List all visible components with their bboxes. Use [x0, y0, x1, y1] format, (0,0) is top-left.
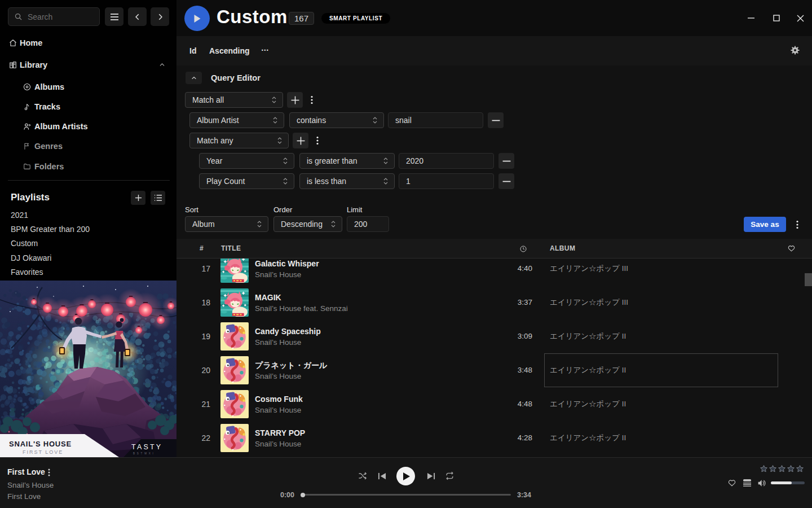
- sidebar-item-home[interactable]: Home: [0, 36, 176, 50]
- nav-forward-button[interactable]: [151, 7, 169, 26]
- now-playing-album[interactable]: First Love: [7, 492, 41, 501]
- sidebar-item-genres[interactable]: Genres: [0, 139, 176, 154]
- play-playlist-button[interactable]: [184, 6, 210, 31]
- column-header-title[interactable]: TITLE: [221, 244, 241, 252]
- sidebar-item-album-artists[interactable]: Album Artists: [0, 119, 176, 134]
- query-editor-collapse-button[interactable]: [186, 72, 202, 84]
- rule2-field-select[interactable]: Year: [199, 153, 294, 169]
- track-album: エイリアン☆ポップ II: [550, 331, 626, 341]
- play-icon: [193, 14, 201, 23]
- repeat-button[interactable]: [441, 465, 458, 487]
- play-pause-button[interactable]: [396, 467, 415, 485]
- match-any-select[interactable]: Match any: [189, 133, 289, 148]
- track-number: 22: [192, 433, 210, 443]
- track-row[interactable]: 20プラネット・ガールSnail’s House3:48エイリアン☆ポップ II: [176, 354, 812, 388]
- duration-column-icon[interactable]: [520, 246, 527, 252]
- volume-icon[interactable]: [758, 479, 767, 487]
- page-title: Custom: [217, 6, 288, 28]
- svg-text:SNAIL'S HOUSE: SNAIL'S HOUSE: [9, 440, 72, 448]
- collapse-library-button[interactable]: [158, 61, 166, 68]
- play-icon: [403, 472, 411, 481]
- sidebar-item-folders[interactable]: Folders: [0, 159, 176, 174]
- group1-options-button[interactable]: [306, 92, 317, 108]
- shuffle-button[interactable]: [354, 465, 370, 487]
- progress-thumb[interactable]: [301, 493, 305, 497]
- add-rule-button[interactable]: [287, 92, 303, 108]
- search-icon: [14, 12, 23, 21]
- limit-input[interactable]: [347, 216, 389, 232]
- scrollbar-thumb[interactable]: [805, 273, 812, 286]
- window-maximize-button[interactable]: [772, 14, 781, 23]
- rule3-field-select[interactable]: Play Count: [199, 173, 294, 189]
- home-icon: [9, 39, 17, 47]
- column-header-album[interactable]: ALBUM: [550, 244, 575, 252]
- rule1-field-select[interactable]: Album Artist: [189, 112, 284, 128]
- track-options-icon[interactable]: [48, 468, 50, 476]
- playlist-header: Custom 167 SMART PLAYLIST: [176, 0, 812, 36]
- sidebar-item-label: Genres: [34, 142, 63, 151]
- settings-gear-icon[interactable]: [791, 46, 800, 55]
- track-artist: Snail’s House: [255, 440, 301, 448]
- rule3-remove-button[interactable]: [498, 173, 514, 189]
- sidebar-item-tracks[interactable]: Tracks: [0, 99, 176, 114]
- main-content: Custom 167 SMART PLAYLIST Id Ascending ⋯…: [176, 0, 812, 457]
- order-select[interactable]: Descending: [273, 216, 342, 232]
- now-playing-artist[interactable]: Snail’s House: [7, 481, 54, 489]
- playlist-add-button[interactable]: [131, 191, 145, 205]
- rating-star-icon[interactable]: [778, 465, 786, 473]
- playlist-item[interactable]: 2021: [11, 211, 28, 221]
- favorite-column-icon[interactable]: [788, 245, 795, 252]
- save-as-button[interactable]: Save as: [744, 217, 786, 232]
- track-row[interactable]: 22STARRY POPSnail’s House4:28エイリアン☆ポップ I…: [176, 422, 812, 456]
- now-playing-title[interactable]: First Love: [7, 467, 45, 476]
- track-count-badge: 167: [289, 12, 314, 25]
- group2-options-button[interactable]: [312, 133, 323, 148]
- rule1-value-input[interactable]: [388, 112, 483, 128]
- rule3-value-input[interactable]: [399, 173, 494, 189]
- sidebar-item-label: Album Artists: [34, 122, 88, 131]
- window-minimize-button[interactable]: [747, 14, 756, 23]
- rule2-value-input[interactable]: [399, 153, 494, 169]
- next-button[interactable]: [422, 465, 439, 487]
- queue-button[interactable]: [743, 479, 751, 487]
- rating-star-icon[interactable]: [760, 465, 768, 473]
- playlist-list-button[interactable]: [151, 191, 165, 205]
- nav-back-button[interactable]: [128, 7, 147, 26]
- rating-star-icon[interactable]: [796, 465, 804, 473]
- playlist-item[interactable]: Favorites: [11, 268, 43, 278]
- rating-star-icon[interactable]: [769, 465, 777, 473]
- sidebar-item-library[interactable]: Library: [0, 58, 176, 72]
- skip-forward-icon: [427, 472, 435, 480]
- sidebar-item-albums[interactable]: Albums: [0, 80, 176, 94]
- favorite-button[interactable]: [728, 479, 736, 487]
- more-options-button[interactable]: ⋯: [261, 45, 269, 54]
- rule2-operator-select[interactable]: is greater than: [299, 153, 395, 169]
- sort-order-button[interactable]: Ascending: [209, 46, 250, 55]
- sort-by-button[interactable]: Id: [189, 46, 196, 55]
- menu-button[interactable]: [105, 7, 123, 26]
- search-input[interactable]: Search: [8, 7, 100, 26]
- rule1-operator-select[interactable]: contains: [289, 112, 384, 128]
- previous-button[interactable]: [373, 465, 390, 487]
- plus-icon: [297, 137, 305, 145]
- sort-select[interactable]: Album: [185, 216, 268, 232]
- playlist-item[interactable]: DJ Okawari: [11, 253, 51, 264]
- add-rule-button-2[interactable]: [293, 133, 308, 148]
- volume-slider[interactable]: [771, 481, 805, 484]
- match-all-select[interactable]: Match all: [185, 92, 283, 108]
- rule1-remove-button[interactable]: [488, 112, 504, 128]
- rating-stars[interactable]: [760, 465, 804, 473]
- track-title: Candy Spaceship: [255, 327, 321, 336]
- track-row[interactable]: 18MAGIKSnail’s House feat. Sennzai3:37エイ…: [176, 286, 812, 320]
- column-header-number[interactable]: #: [200, 244, 204, 252]
- playlist-item[interactable]: Custom: [11, 239, 38, 249]
- rule3-operator-select[interactable]: is less than: [299, 173, 395, 189]
- window-close-button[interactable]: [796, 14, 805, 23]
- progress-slider[interactable]: [302, 494, 511, 496]
- playlist-item[interactable]: BPM Greater than 200: [11, 225, 90, 235]
- query-options-button[interactable]: [792, 217, 803, 233]
- track-row[interactable]: 19Candy SpaceshipSnail’s House3:09エイリアン☆…: [176, 320, 812, 354]
- rule2-remove-button[interactable]: [498, 153, 514, 169]
- rating-star-icon[interactable]: [787, 465, 795, 473]
- track-row[interactable]: 21Cosmo FunkSnail’s House4:48エイリアン☆ポップ I…: [176, 388, 812, 422]
